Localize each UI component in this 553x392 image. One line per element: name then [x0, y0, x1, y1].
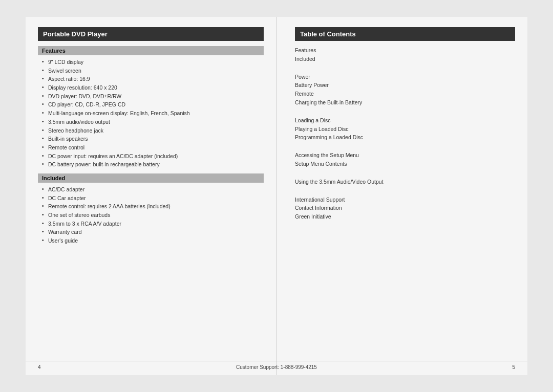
features-header: Features — [38, 46, 264, 55]
list-item: AC/DC adapter — [41, 186, 264, 193]
list-item: One set of stereo earbuds — [41, 211, 264, 219]
toc-item: Charging the Built-in Battery — [295, 98, 515, 107]
list-item: Remote control: requires 2 AAA batteries… — [41, 203, 264, 210]
toc-item: Green Initiative — [295, 212, 515, 221]
list-item: 3.5mm to 3 x RCA A/V adapter — [41, 220, 264, 228]
toc-item: Battery Power — [295, 81, 515, 90]
toc-item: Included — [295, 55, 515, 63]
page-number-left: 4 — [38, 364, 41, 370]
list-item: DC Car adapter — [41, 194, 264, 202]
toc-section: Accessing the Setup MenuSetup Menu Conte… — [295, 151, 515, 168]
right-title-bar: Table of Contents — [295, 27, 515, 41]
list-item: Warranty card — [41, 228, 264, 236]
list-item: Stereo headphone jack — [41, 127, 264, 135]
included-list: AC/DC adapterDC Car adapterRemote contro… — [38, 186, 264, 245]
toc-item: International Support — [295, 195, 515, 204]
list-item: DC battery power: built-in rechargeable … — [41, 161, 264, 168]
toc-item: Accessing the Setup Menu — [295, 151, 515, 160]
right-column: Table of Contents FeaturesIncludedPowerB… — [276, 17, 527, 375]
toc-item: Playing a Loaded Disc — [295, 125, 515, 134]
toc-section: International SupportContact Information… — [295, 195, 515, 221]
page-footer: 4 Customer Support: 1-888-999-4215 5 — [26, 361, 527, 370]
included-header: Included — [38, 173, 264, 183]
toc-section: Loading a DiscPlaying a Loaded DiscProgr… — [295, 116, 515, 142]
list-item: Aspect ratio: 16:9 — [41, 75, 264, 83]
list-item: Built-in speakers — [41, 135, 264, 143]
toc-item: Contact Information — [295, 204, 515, 212]
right-title: Table of Contents — [300, 30, 356, 38]
list-item: DC power input: requires an AC/DC adapte… — [41, 153, 264, 160]
list-item: Remote control — [41, 144, 264, 151]
features-list: 9" LCD displaySwivel screenAspect ratio:… — [38, 58, 264, 168]
page-number-right: 5 — [512, 364, 515, 370]
toc-item: Remote — [295, 90, 515, 98]
left-title-bar: Portable DVD Player — [38, 27, 264, 41]
left-title: Portable DVD Player — [43, 30, 108, 38]
left-column: Portable DVD Player Features 9" LCD disp… — [26, 17, 276, 375]
toc-item: Using the 3.5mm Audio/Video Output — [295, 178, 515, 186]
toc-section: PowerBattery PowerRemoteCharging the Bui… — [295, 73, 515, 107]
list-item: DVD player: DVD, DVD±R/RW — [41, 93, 264, 100]
toc-item: Loading a Disc — [295, 116, 515, 125]
toc-container: FeaturesIncludedPowerBattery PowerRemote… — [295, 46, 515, 221]
list-item: 3.5mm audio/video output — [41, 118, 264, 126]
toc-section: Using the 3.5mm Audio/Video Output — [295, 178, 515, 186]
list-item: Swivel screen — [41, 67, 264, 75]
toc-item: Features — [295, 46, 515, 55]
list-item: User's guide — [41, 237, 264, 245]
list-item: Multi-language on-screen display: Englis… — [41, 110, 264, 117]
list-item: 9" LCD display — [41, 58, 264, 66]
toc-section: FeaturesIncluded — [295, 46, 515, 63]
toc-item: Power — [295, 73, 515, 81]
list-item: CD player: CD, CD-R, JPEG CD — [41, 101, 264, 108]
toc-item: Programming a Loaded Disc — [295, 133, 515, 142]
page-container: Portable DVD Player Features 9" LCD disp… — [26, 17, 527, 375]
customer-support: Customer Support: 1-888-999-4215 — [236, 364, 317, 370]
toc-item: Setup Menu Contents — [295, 160, 515, 168]
list-item: Display resolution: 640 x 220 — [41, 84, 264, 92]
